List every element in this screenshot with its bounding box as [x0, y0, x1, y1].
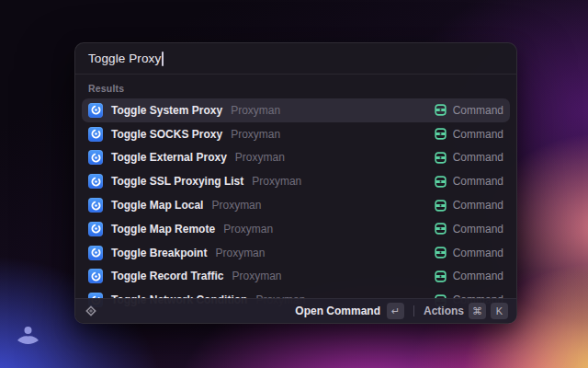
item-title: Toggle Record Traffic [111, 270, 223, 282]
list-item[interactable]: Toggle Map Local Proxyman Command [82, 193, 510, 217]
list-item[interactable]: Toggle SSL Proxying List Proxyman Comman… [82, 169, 510, 193]
list-item[interactable]: Toggle Record Traffic Proxyman Command [82, 265, 510, 289]
item-subtitle: Proxyman [231, 104, 280, 117]
proxyman-icon [88, 222, 103, 236]
item-accessory: Command [435, 270, 503, 282]
accessory-label: Command [453, 151, 503, 164]
peek-glyph-icon [16, 325, 40, 347]
item-accessory: Command [435, 247, 503, 259]
item-subtitle: Proxyman [211, 199, 261, 212]
actions-button[interactable]: Actions ⌘ K [424, 303, 508, 319]
command-type-icon [435, 247, 447, 259]
item-accessory: Command [435, 223, 503, 236]
command-type-icon [435, 223, 447, 235]
item-subtitle: Proxyman [252, 175, 301, 188]
footer-divider [413, 305, 414, 316]
k-key-badge: K [491, 303, 508, 319]
text-caret [162, 52, 164, 66]
item-subtitle: Proxyman [215, 247, 265, 259]
proxyman-icon [88, 150, 103, 165]
list-item[interactable]: Toggle Breakpoint Proxyman Command [82, 241, 510, 265]
results-list: Toggle System Proxy Proxyman Command Tog… [75, 98, 516, 312]
search-input[interactable]: Toggle Proxy [75, 43, 516, 74]
return-key-badge: ↵ [387, 303, 404, 319]
proxyman-icon [88, 103, 103, 118]
raycast-window: Toggle Proxy Results Toggle System Proxy… [74, 42, 517, 324]
footer-bar: Open Command ↵ Actions ⌘ K [75, 298, 516, 323]
proxyman-icon [88, 269, 103, 283]
results-section-label: Results [88, 83, 503, 94]
item-accessory: Command [435, 104, 503, 117]
proxyman-icon [88, 198, 103, 213]
item-subtitle: Proxyman [231, 128, 280, 141]
item-title: Toggle SOCKS Proxy [111, 128, 222, 141]
item-subtitle: Proxyman [223, 223, 273, 236]
proxyman-icon [88, 246, 103, 260]
item-title: Toggle SSL Proxying List [111, 175, 243, 188]
command-type-icon [435, 152, 447, 164]
proxyman-icon [88, 127, 103, 142]
item-title: Toggle Map Remote [111, 223, 215, 236]
cmd-key-badge: ⌘ [469, 303, 486, 319]
accessory-label: Command [453, 104, 503, 117]
accessory-label: Command [453, 199, 503, 212]
proxyman-icon [88, 174, 103, 189]
primary-action-button[interactable]: Open Command ↵ [295, 303, 404, 319]
item-title: Toggle System Proxy [111, 104, 222, 117]
item-accessory: Command [435, 128, 503, 141]
list-item[interactable]: Toggle SOCKS Proxy Proxyman Command [82, 122, 510, 146]
item-title: Toggle Map Local [111, 199, 203, 212]
item-accessory: Command [435, 199, 503, 212]
accessory-label: Command [453, 270, 503, 282]
item-accessory: Command [435, 175, 503, 188]
accessory-label: Command [453, 247, 503, 259]
item-title: Toggle External Proxy [111, 151, 227, 164]
search-value: Toggle Proxy [88, 52, 161, 65]
accessory-label: Command [453, 223, 503, 236]
command-type-icon [435, 104, 447, 116]
divider [75, 74, 516, 75]
accessory-label: Command [453, 175, 503, 188]
list-item[interactable]: Toggle External Proxy Proxyman Command [82, 146, 510, 170]
command-type-icon [435, 270, 447, 282]
item-subtitle: Proxyman [235, 151, 285, 164]
raycast-logo-icon [84, 304, 98, 318]
command-type-icon [435, 200, 447, 212]
accessory-label: Command [453, 128, 503, 141]
list-item[interactable]: Toggle System Proxy Proxyman Command [82, 98, 510, 122]
primary-action-label: Open Command [295, 305, 380, 317]
actions-label: Actions [424, 305, 464, 317]
item-subtitle: Proxyman [232, 270, 281, 282]
command-type-icon [435, 128, 447, 140]
item-accessory: Command [435, 151, 503, 164]
command-type-icon [435, 176, 447, 188]
list-item[interactable]: Toggle Map Remote Proxyman Command [82, 217, 510, 241]
item-title: Toggle Breakpoint [111, 247, 207, 259]
